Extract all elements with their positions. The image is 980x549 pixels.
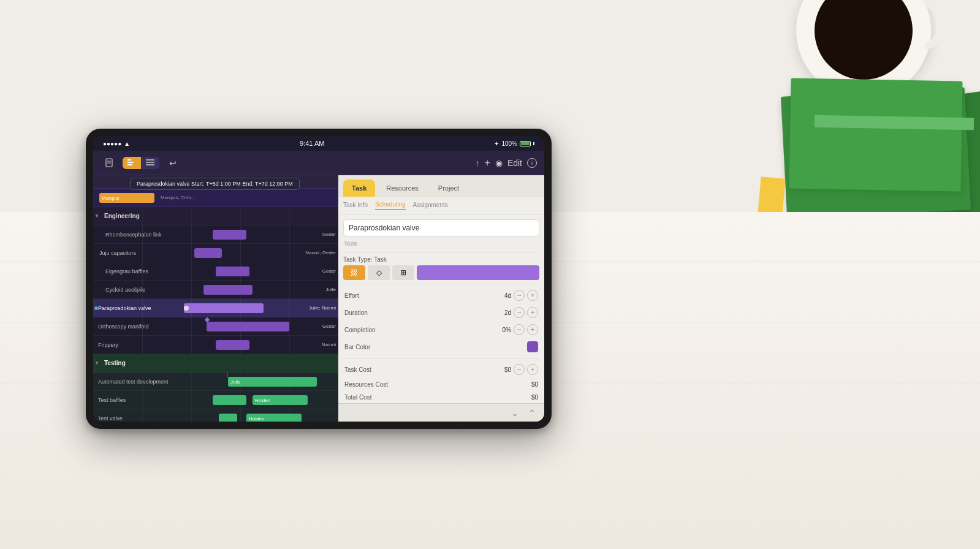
note-field[interactable]: Note — [343, 240, 539, 247]
task-cost-plus-button[interactable]: + — [527, 364, 538, 375]
table-row[interactable]: Geder Orthoscopy manifold — [93, 317, 338, 336]
frippery-label: Frippery — [98, 342, 118, 348]
frippery-assignee: Naomi — [322, 342, 336, 347]
cycloid-label: Cycloid aeolipile — [105, 287, 145, 293]
divider-3 — [343, 358, 539, 358]
add-icon: + — [485, 157, 490, 168]
table-row[interactable]: Frippery Naomi — [93, 336, 338, 354]
gantt-content[interactable]: Marquis Marquis; Cithr... ▼ Engineering … — [93, 189, 338, 422]
nav-down-button[interactable]: ⌄ — [507, 406, 522, 420]
status-bar: ●●●●● ▲ 9:41 AM ✦ 100% — [93, 136, 544, 151]
add-button[interactable]: + — [485, 157, 490, 168]
battery-icon — [520, 141, 531, 146]
table-row[interactable]: Test baffles Holden — [93, 391, 338, 409]
share-button[interactable]: ↑ — [476, 158, 480, 168]
tab-resources[interactable]: Resources — [378, 180, 427, 197]
completion-minus-button[interactable]: − — [514, 324, 525, 335]
task-cost-minus-button[interactable]: − — [514, 364, 525, 375]
divider-1 — [343, 252, 539, 252]
table-row[interactable]: Juju capacitors Naomi; Geder — [93, 244, 338, 262]
table-row[interactable]: Test valve Holden — [93, 409, 338, 422]
list-view-button[interactable] — [141, 157, 159, 169]
effort-value: 4d — [504, 292, 511, 299]
gantt-area[interactable]: T+1w Paraprosdokian valve Start: T+5d 1:… — [93, 175, 338, 422]
view-toggle[interactable] — [123, 157, 159, 169]
test-valve-label: Test valve — [98, 415, 123, 422]
effort-plus-button[interactable]: + — [527, 290, 538, 301]
juju-label: Juju capacitors — [99, 250, 136, 256]
gantt-view-button[interactable] — [123, 157, 141, 169]
ortho-assignee: Geder — [322, 324, 336, 329]
task-name-field[interactable]: Paraprosdokian valve — [343, 219, 539, 237]
tab-project[interactable]: Project — [430, 180, 468, 197]
testing-expand-icon[interactable]: ▼ — [93, 360, 101, 367]
edit-button[interactable]: Edit — [507, 158, 522, 168]
row-label-rhombo: Rhombencephalon link — [105, 232, 162, 238]
duration-minus-button[interactable]: − — [514, 307, 525, 318]
completion-label: Completion — [344, 327, 500, 333]
table-row[interactable]: Cycloid aeolipile Julie — [93, 281, 338, 299]
completion-plus-button[interactable]: + — [527, 324, 538, 335]
bar-color-swatch[interactable] — [527, 341, 538, 352]
status-time: 9:41 AM — [300, 140, 324, 147]
duration-plus-button[interactable]: + — [527, 307, 538, 318]
battery-tip — [533, 142, 534, 145]
engineering-label: Engineering — [104, 213, 140, 219]
rhombo-bar — [213, 230, 246, 240]
duration-value: 2d — [504, 309, 511, 316]
info-icon: i — [527, 158, 537, 168]
completion-value: 0% — [503, 327, 511, 333]
type-icon-diamond[interactable]: ◇ — [368, 265, 390, 280]
task-cost-controls: $0 − + — [504, 364, 538, 375]
auto-test-bar: Julie — [228, 377, 317, 387]
engineering-group-row[interactable]: ▼ Engineering — [93, 207, 338, 225]
table-row[interactable]: Eigengrau baffles Geder — [93, 262, 338, 281]
table-row[interactable]: Rhombencephalon link Geder — [93, 225, 338, 244]
test-baffles-bar-label: Holden — [253, 398, 273, 403]
testing-group-row[interactable]: ▼ Testing — [93, 354, 338, 373]
total-cost-row: Total Cost $0 — [343, 391, 539, 403]
effort-minus-button[interactable]: − — [514, 290, 525, 301]
engineering-expand-icon[interactable]: ▼ — [93, 213, 101, 220]
undo-icon: ↩ — [169, 158, 177, 168]
nav-up-button[interactable]: ⌃ — [525, 406, 539, 420]
svg-rect-3 — [127, 159, 131, 161]
document-button[interactable] — [101, 154, 118, 172]
type-icon-group[interactable]: ⊞ — [392, 265, 414, 280]
task-cost-row: Task Cost $0 − + — [343, 361, 539, 378]
effort-label: Effort — [344, 292, 502, 299]
effort-row: Effort 4d − + — [343, 287, 539, 304]
svg-rect-7 — [146, 162, 154, 163]
para-bar-handle-left[interactable] — [184, 306, 189, 311]
table-row[interactable]: Marquis Marquis; Cithr... — [93, 189, 338, 207]
tab-task[interactable]: Task — [343, 180, 375, 197]
cycloid-bar — [203, 285, 253, 295]
wifi-icon: ▲ — [124, 140, 130, 147]
ortho-bar — [207, 322, 289, 331]
eye-icon: ◉ — [495, 158, 503, 168]
auto-test-label: Automated test development — [98, 379, 169, 385]
bottom-nav: ⌄ ⌃ — [338, 403, 544, 422]
sub-tab-task-info[interactable]: Task Info — [343, 202, 368, 210]
battery-fill — [521, 142, 530, 145]
toolbar: ↩ ↑ + ◉ Edit i — [93, 151, 544, 175]
sub-tab-assignments[interactable]: Assignments — [413, 202, 448, 210]
sub-tab-bar: Task Info Scheduling Assignments — [338, 197, 544, 214]
svg-rect-4 — [127, 162, 134, 163]
paraprosdokian-row[interactable]: Paraprosdokian valve Julie; Naomi — [93, 299, 338, 317]
timeline-label: T+1w — [208, 179, 222, 185]
eigengrau-label: Eigengrau baffles — [105, 268, 148, 274]
frippery-bar — [216, 340, 249, 350]
type-icon-link[interactable]: ⛓ — [343, 265, 365, 280]
type-icon-bar[interactable] — [417, 265, 539, 280]
table-row[interactable]: Automated test development Julie — [93, 373, 338, 391]
right-panel: Task Resources Project Task Info Schedul… — [338, 175, 544, 422]
info-button[interactable]: i — [527, 158, 537, 168]
view-options-button[interactable]: ◉ — [495, 158, 503, 168]
test-baffles-label: Test baffles — [98, 397, 126, 403]
undo-button[interactable]: ↩ — [164, 154, 181, 172]
sub-tab-scheduling[interactable]: Scheduling — [375, 201, 405, 210]
timeline-header: T+1w — [93, 175, 338, 189]
test-valve-bar2: Holden — [246, 414, 302, 422]
ipad-screen: ●●●●● ▲ 9:41 AM ✦ 100% — [93, 136, 544, 422]
